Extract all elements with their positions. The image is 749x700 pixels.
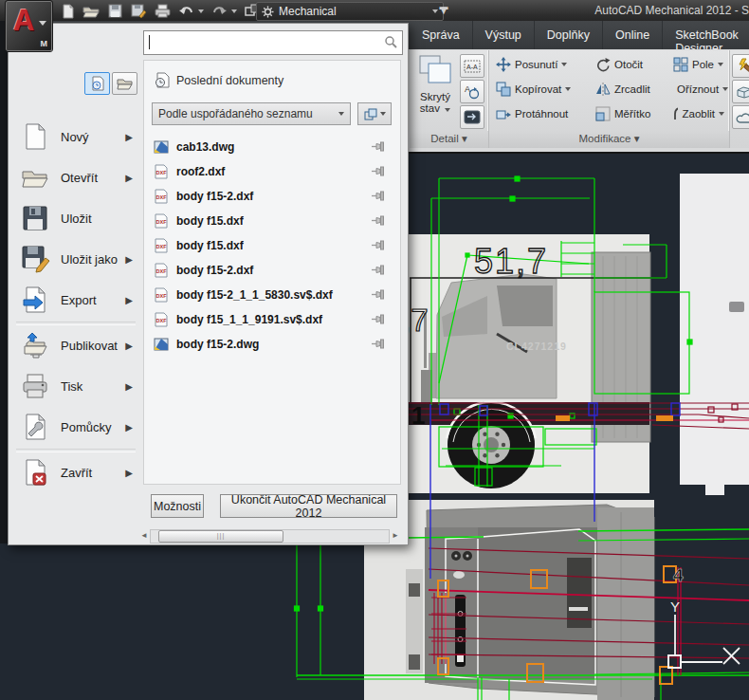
search-icon[interactable]: [384, 35, 398, 53]
recent-documents-toggle[interactable]: [84, 72, 110, 95]
menu-item-utilities[interactable]: Pomůcky ▶: [12, 406, 141, 449]
fillet-button[interactable]: Zaoblit: [670, 103, 727, 124]
cloud-button[interactable]: [732, 105, 749, 129]
move-button[interactable]: Posunutí: [493, 54, 593, 75]
save-icon[interactable]: [106, 3, 123, 19]
title-bar: Mechanical ▬▼ AutoCAD Mechanical 2012 - …: [0, 0, 749, 21]
detail-scale-button[interactable]: A-A: [460, 54, 484, 78]
sort-order-value: Podle uspořádaného seznamu: [158, 107, 313, 120]
menu-item-save[interactable]: Uložit: [12, 197, 141, 240]
file-row[interactable]: DXF roof2.dxf: [144, 159, 400, 184]
copy-icon: [496, 82, 511, 97]
qat-customize-icon[interactable]: ▬▼: [438, 5, 449, 16]
menu-item-print[interactable]: Tisk ▶: [12, 365, 141, 408]
file-row[interactable]: DXF body f15.dxf: [144, 233, 400, 258]
scroll-left-icon[interactable]: ◄: [138, 530, 150, 542]
pin-icon[interactable]: [372, 212, 387, 230]
new-document-icon: [21, 122, 51, 153]
scale-button[interactable]: Měřítko: [593, 103, 670, 124]
menu-item-saveas[interactable]: Uložit jako ▶: [12, 238, 141, 281]
box-3d-button[interactable]: [732, 80, 749, 103]
file-row[interactable]: body f15-2.dwg: [144, 332, 400, 357]
scrollbar-thumb[interactable]: |||: [158, 530, 283, 543]
detail-panel-label[interactable]: Detail ▾: [410, 131, 488, 148]
file-row[interactable]: DXF body f15-2.dxf: [144, 184, 400, 209]
workspace-selector[interactable]: Mechanical: [256, 2, 444, 21]
menu-horizontal-scrollbar[interactable]: ◄ ||| ►: [138, 529, 401, 543]
modify-panel-label[interactable]: Modifikace ▾: [489, 131, 729, 148]
file-row[interactable]: DXF body f15-2.dxf: [144, 258, 400, 283]
ribbon-panel-modify: Posunutí Otočit Pole Kopírovat Zrcadlit …: [489, 50, 730, 148]
preview-dropdown-icon: [380, 112, 386, 116]
exit-button[interactable]: Ukončit AutoCAD Mechanical 2012: [220, 494, 397, 518]
tab-sprava[interactable]: Správa: [410, 21, 473, 49]
menu-item-label: Uložit: [61, 212, 92, 226]
undo-icon[interactable]: [177, 3, 194, 19]
scale-icon: [595, 106, 611, 121]
hidden-state-button[interactable]: Skrytý stav: [414, 53, 456, 114]
detail-update-button[interactable]: [460, 105, 484, 129]
new-file-icon[interactable]: [59, 3, 76, 19]
file-row[interactable]: DXF body f15.dxf: [144, 209, 400, 233]
dxf-file-icon: DXF: [154, 213, 169, 229]
menu-item-publish[interactable]: Publikovat ▶: [12, 324, 141, 367]
stretch-button[interactable]: Protáhnout: [493, 103, 593, 124]
open-documents-toggle[interactable]: [112, 72, 137, 95]
menu-item-new[interactable]: Nový ▶: [12, 116, 141, 158]
submenu-arrow-icon: ▶: [125, 295, 133, 305]
application-menu-button[interactable]: A M: [6, 1, 52, 51]
save-as-icon[interactable]: [130, 3, 147, 19]
tab-online[interactable]: Online: [603, 21, 663, 49]
hidden-state-label-1: Skrytý: [420, 91, 450, 102]
window-left-edge: [0, 21, 8, 543]
quick-access-toolbar: [59, 2, 270, 20]
rotate-button[interactable]: Otočit: [593, 54, 670, 75]
pin-icon[interactable]: [372, 163, 387, 180]
redo-dropdown-icon[interactable]: [231, 9, 237, 13]
redo-icon[interactable]: [210, 3, 228, 19]
scroll-right-icon[interactable]: ►: [390, 530, 401, 542]
tab-vystup[interactable]: Výstup: [473, 21, 535, 49]
pin-icon[interactable]: [372, 188, 387, 205]
trim-button[interactable]: Oříznout: [670, 79, 727, 100]
pin-icon[interactable]: [372, 262, 387, 279]
pin-icon[interactable]: [372, 237, 387, 254]
preview-size-button[interactable]: [357, 102, 392, 125]
search-input[interactable]: [143, 30, 403, 55]
sort-dropdown-icon: [338, 112, 344, 116]
tab-sketchbook-designer[interactable]: SketchBook Designer: [663, 21, 749, 49]
array-button[interactable]: Pole: [670, 54, 727, 75]
open-file-icon[interactable]: [82, 3, 100, 19]
erase-brush-button[interactable]: [732, 54, 749, 78]
copy-button[interactable]: Kopírovat: [493, 79, 593, 100]
move-icon: [496, 57, 511, 72]
menu-item-open[interactable]: Otevřít ▶: [12, 157, 141, 199]
export-icon: [21, 286, 51, 316]
dxf-file-icon: DXF: [154, 164, 169, 179]
menu-item-label: Nový: [61, 130, 89, 144]
marker-1: 1: [411, 401, 425, 430]
print-icon[interactable]: [154, 3, 171, 19]
pin-icon[interactable]: [372, 286, 387, 304]
sort-order-dropdown[interactable]: Podle uspořádaného seznamu: [152, 102, 351, 125]
pin-icon[interactable]: [372, 336, 387, 353]
array-dropdown-icon: [718, 63, 723, 66]
svg-text:DXF: DXF: [156, 318, 168, 323]
file-name: body f15-2_1_1_5830.sv$.dxf: [176, 288, 333, 302]
pin-icon[interactable]: [372, 311, 387, 328]
mirror-icon: [595, 82, 611, 97]
file-name: cab13.dwg: [176, 140, 234, 154]
publish-icon: [21, 331, 51, 361]
file-row[interactable]: DXF body f15-2_1_1_5830.sv$.dxf: [144, 283, 400, 307]
detail-power-edit-button[interactable]: A: [460, 80, 484, 103]
array-icon: [673, 57, 688, 72]
scrollbar-track[interactable]: |||: [150, 529, 390, 543]
file-row[interactable]: DXF body f15_1_1_9191.sv$.dxf: [144, 307, 400, 332]
tab-doplnky[interactable]: Doplňky: [535, 21, 603, 49]
options-button[interactable]: Možnosti: [151, 494, 204, 518]
file-row[interactable]: cab13.dwg: [144, 135, 400, 159]
undo-dropdown-icon[interactable]: [198, 9, 204, 13]
pin-icon[interactable]: [372, 138, 387, 156]
menu-item-export[interactable]: Export ▶: [12, 279, 141, 322]
mirror-button[interactable]: Zrcadlit: [593, 79, 670, 100]
